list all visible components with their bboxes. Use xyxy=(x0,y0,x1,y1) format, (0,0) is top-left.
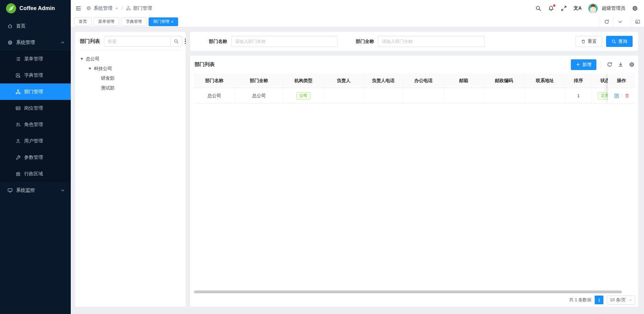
sidebar-item-role-management[interactable]: 角色管理 xyxy=(0,116,71,133)
delete-icon[interactable] xyxy=(625,93,630,98)
tab-dict-management[interactable]: 字典管理 xyxy=(121,17,147,26)
sidebar-item-user-management[interactable]: 用户管理 xyxy=(0,133,71,149)
sidebar-item-label: 系统管理 xyxy=(16,40,35,46)
search-button[interactable]: 查询 xyxy=(606,36,633,47)
sidebar-item-system-monitor[interactable]: 系统监控 xyxy=(0,182,71,198)
download-icon[interactable] xyxy=(618,62,624,67)
tab-controls xyxy=(600,16,644,27)
fullscreen-icon[interactable] xyxy=(561,5,567,11)
department-tree: 总公司 科技公司 研发部 测试部 xyxy=(80,51,181,93)
tree-search-button[interactable] xyxy=(170,36,182,47)
sidebar-item-label: 部门管理 xyxy=(24,89,43,95)
cell-dept-name: 总公司 xyxy=(194,88,235,104)
col-dept-name: 部门名称 xyxy=(194,73,235,88)
tree-node-rd-dept[interactable]: 研发部 xyxy=(80,73,181,83)
menu-fold-icon[interactable] xyxy=(75,5,82,11)
cell-org-type: 公司 xyxy=(283,88,324,104)
chevron-down-icon xyxy=(115,6,118,10)
id-card-icon xyxy=(15,106,21,111)
tab-home[interactable]: 首页 xyxy=(74,17,92,26)
filter-label: 部门全称 xyxy=(356,39,374,45)
trash-icon xyxy=(581,39,586,44)
col-actions: 操作 xyxy=(608,73,635,88)
sidebar-item-label: 岗位管理 xyxy=(24,105,43,111)
department-table-card: 部门列表 新增 部门名称 部门 xyxy=(190,56,638,307)
row-actions xyxy=(608,88,635,104)
sidebar-item-home[interactable]: 首页 xyxy=(0,18,71,34)
dictionary-icon xyxy=(15,73,21,78)
reset-label: 重置 xyxy=(588,39,597,45)
col-leader-phone: 负责人电话 xyxy=(364,73,403,88)
reset-button[interactable]: 重置 xyxy=(576,36,602,47)
plus-icon xyxy=(576,62,580,67)
tree-node-label: 研发部 xyxy=(101,75,115,81)
translate-icon[interactable]: 文A xyxy=(574,5,582,11)
sidebar-item-param-management[interactable]: 参数管理 xyxy=(0,149,71,166)
tree-search-input[interactable] xyxy=(104,36,170,47)
cell-sort: 1 xyxy=(566,88,592,104)
wrench-icon xyxy=(15,155,21,160)
caret-down-icon[interactable] xyxy=(89,68,91,70)
sidebar-item-menu-management[interactable]: 菜单管理 xyxy=(0,51,71,67)
sidebar-item-label: 菜单管理 xyxy=(24,56,43,62)
user-name[interactable]: 超级管理员 xyxy=(602,5,625,11)
tree-node-head-office[interactable]: 总公司 xyxy=(80,54,181,64)
breadcrumb: 系统管理 / 部门管理 xyxy=(86,5,152,11)
tree-node-test-dept[interactable]: 测试部 xyxy=(80,83,181,93)
kebab-menu-icon[interactable] xyxy=(185,39,186,44)
page-size-select[interactable]: 10 条/页 xyxy=(607,296,635,305)
caret-down-icon[interactable] xyxy=(80,58,83,60)
maximize-icon[interactable] xyxy=(631,16,644,27)
sidebar-item-label: 用户管理 xyxy=(24,138,43,144)
cell-leader xyxy=(324,88,364,104)
tree-node-tech-company[interactable]: 科技公司 xyxy=(80,64,181,73)
table-scroll-container: 部门名称 部门全称 机构类型 负责人 负责人电话 办公电话 邮箱 邮政编码 联系… xyxy=(194,73,635,104)
sidebar-item-label: 参数管理 xyxy=(24,154,43,161)
column-settings-gear-icon[interactable] xyxy=(629,62,635,67)
gear-icon xyxy=(86,6,91,11)
filter-dept-fullname: 部门全称 xyxy=(356,36,485,47)
col-postcode: 邮政编码 xyxy=(484,73,525,88)
tree-node-label: 总公司 xyxy=(86,56,100,62)
col-email: 邮箱 xyxy=(444,73,484,88)
refresh-icon[interactable] xyxy=(607,62,612,67)
refresh-icon[interactable] xyxy=(600,16,613,27)
sidebar-item-system-management[interactable]: 系统管理 xyxy=(0,34,71,51)
tree-panel-title: 部门列表 xyxy=(80,38,100,45)
search-icon xyxy=(611,39,616,44)
page-tabs: 首页 菜单管理 字典管理 部门管理 x xyxy=(71,16,644,27)
avatar[interactable] xyxy=(588,4,598,13)
home-icon xyxy=(7,23,13,29)
chevron-down-icon xyxy=(61,188,65,192)
bell-icon[interactable] xyxy=(548,5,554,11)
user-icon xyxy=(15,138,21,144)
sidebar-item-department-management[interactable]: 部门管理 xyxy=(0,83,71,100)
tab-menu-management[interactable]: 菜单管理 xyxy=(94,17,119,26)
actions-divider xyxy=(622,93,622,98)
tree-search-group xyxy=(104,36,182,47)
sidebar-item-post-management[interactable]: 岗位管理 xyxy=(0,100,71,116)
org-tree-icon xyxy=(15,89,21,95)
search-icon[interactable] xyxy=(535,5,541,11)
edit-icon[interactable] xyxy=(614,93,620,99)
dept-fullname-input[interactable] xyxy=(378,36,485,47)
close-icon[interactable]: x xyxy=(171,20,173,23)
table-wrapper: 部门名称 部门全称 机构类型 负责人 负责人电话 办公电话 邮箱 邮政编码 联系… xyxy=(194,73,635,104)
settings-gear-icon[interactable] xyxy=(632,5,638,11)
monitor-icon xyxy=(7,188,13,193)
dept-name-input[interactable] xyxy=(231,36,338,47)
breadcrumb-level1[interactable]: 系统管理 xyxy=(94,5,112,11)
app-logo[interactable]: Coffee Admin xyxy=(0,0,71,16)
sidebar-item-dict-management[interactable]: 字典管理 xyxy=(0,67,71,83)
table-header-row: 部门名称 部门全称 机构类型 负责人 负责人电话 办公电话 邮箱 邮政编码 联系… xyxy=(194,73,635,88)
breadcrumb-separator: / xyxy=(121,6,123,11)
tab-department-management[interactable]: 部门管理 x xyxy=(149,17,178,26)
horizontal-scrollbar[interactable] xyxy=(194,291,622,293)
table-card-header: 部门列表 新增 xyxy=(194,56,635,73)
breadcrumb-level2[interactable]: 部门管理 xyxy=(133,5,152,11)
chevron-down-icon[interactable] xyxy=(613,16,627,27)
sidebar-item-admin-region[interactable]: 行政区域 xyxy=(0,166,71,182)
org-tree-icon xyxy=(126,6,131,11)
page-1-button[interactable]: 1 xyxy=(595,296,603,304)
add-button[interactable]: 新增 xyxy=(571,59,596,70)
